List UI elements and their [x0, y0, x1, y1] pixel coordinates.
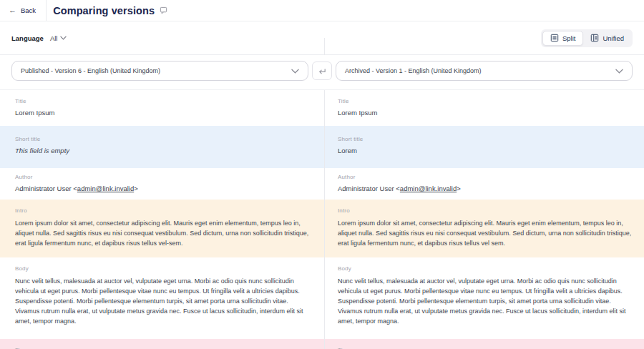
left-cell-author: Author Administrator User <admin@link.in…	[0, 168, 322, 200]
chevron-down-icon	[60, 36, 67, 40]
field-label: Author	[15, 174, 312, 180]
field-value: Lorem ipsum dolor sit amet, consectetur …	[338, 218, 634, 248]
toolbar: Language All Split U	[0, 21, 644, 55]
unified-view-icon	[590, 34, 599, 42]
field-label: Body	[338, 265, 634, 272]
field-row-intro: Intro Lorem ipsum dolor sit amet, consec…	[0, 200, 644, 257]
right-cell-title: Title Lorem Ipsum	[322, 90, 644, 126]
unified-view-label: Unified	[602, 34, 624, 42]
left-cell-body: Body Nunc velit tellus, malesuada at auc…	[0, 257, 322, 339]
field-row-short-title: Short title This field is empty Short ti…	[0, 126, 644, 168]
swap-versions-button[interactable]	[312, 62, 332, 80]
version-selector-row: Published - Version 6 - English (United …	[0, 55, 644, 90]
split-view-button[interactable]: Split	[542, 31, 583, 46]
back-button-label: Back	[21, 6, 36, 14]
back-arrow-icon: ←	[9, 6, 16, 14]
field-value: Administrator User <admin@link.invalid>	[338, 185, 634, 192]
right-cell-time: Time This field is empty	[322, 339, 644, 349]
field-label: Title	[338, 98, 634, 104]
author-email-link[interactable]: admin@link.invalid	[77, 185, 134, 192]
header-bar: ← Back Comparing versions	[0, 0, 644, 21]
left-cell-title: Title Lorem Ipsum	[0, 90, 322, 126]
left-cell-time: Time 12:00	[0, 339, 322, 349]
language-value: All	[50, 34, 58, 42]
left-cell-intro: Intro Lorem ipsum dolor sit amet, consec…	[0, 200, 322, 257]
field-value: Lorem ipsum dolor sit amet, consectetur …	[15, 218, 312, 248]
right-cell-author: Author Administrator User <admin@link.in…	[322, 168, 644, 200]
page-title: Comparing versions	[53, 5, 155, 16]
field-row-title: Title Lorem Ipsum Title Lorem Ipsum	[0, 90, 644, 126]
field-value: Nunc velit tellus, malesuada at auctor v…	[338, 276, 634, 326]
swap-arrow-icon	[318, 67, 327, 75]
left-version-value: Published - Version 6 - English (United …	[21, 67, 160, 74]
left-version-select[interactable]: Published - Version 6 - English (United …	[11, 61, 308, 81]
field-value: Administrator User <admin@link.invalid>	[15, 185, 312, 192]
left-cell-short-title: Short title This field is empty	[0, 126, 322, 168]
field-value: Lorem	[338, 147, 634, 154]
field-value: Lorem Ipsum	[338, 109, 634, 117]
author-name: Administrator User <	[338, 185, 400, 192]
field-row-author: Author Administrator User <admin@link.in…	[0, 168, 644, 200]
comment-icon[interactable]	[160, 6, 167, 14]
author-suffix: >	[134, 185, 138, 192]
language-group: Language All	[11, 34, 67, 42]
field-label: Author	[338, 174, 634, 180]
language-label: Language	[11, 34, 44, 42]
field-label: Title	[15, 98, 312, 104]
field-label: Short title	[338, 136, 634, 142]
field-value: Nunc velit tellus, malesuada at auctor v…	[15, 276, 312, 326]
swap-wrap	[308, 62, 336, 80]
unified-view-button[interactable]: Unified	[583, 31, 631, 46]
comparison-content: Title Lorem Ipsum Title Lorem Ipsum Shor…	[0, 90, 644, 349]
author-suffix: >	[457, 185, 461, 192]
author-email-link[interactable]: admin@link.invalid	[400, 185, 457, 192]
field-label: Intro	[338, 207, 634, 214]
chevron-down-icon	[291, 69, 299, 74]
split-view-icon	[550, 34, 559, 42]
right-version-select[interactable]: Archived - Version 1 - English (United K…	[336, 61, 633, 81]
view-mode-toggle: Split Unified	[541, 29, 633, 47]
right-cell-body: Body Nunc velit tellus, malesuada at auc…	[322, 257, 644, 339]
field-label: Body	[15, 265, 312, 272]
field-value: Lorem Ipsum	[15, 109, 312, 117]
author-name: Administrator User <	[15, 185, 77, 192]
right-cell-short-title: Short title Lorem	[322, 126, 644, 168]
chevron-down-icon	[615, 69, 623, 74]
page-title-wrap: Comparing versions	[47, 0, 167, 21]
field-row-time: Time 12:00 Time This field is empty	[0, 339, 644, 349]
right-version-value: Archived - Version 1 - English (United K…	[345, 67, 482, 74]
field-row-body: Body Nunc velit tellus, malesuada at auc…	[0, 257, 644, 339]
back-button[interactable]: ← Back	[0, 0, 47, 21]
language-dropdown[interactable]: All	[50, 34, 67, 42]
field-label: Intro	[15, 207, 312, 214]
field-label: Short title	[15, 136, 312, 142]
right-cell-intro: Intro Lorem ipsum dolor sit amet, consec…	[322, 200, 644, 257]
split-view-label: Split	[562, 34, 575, 42]
field-value-empty: This field is empty	[15, 147, 312, 154]
